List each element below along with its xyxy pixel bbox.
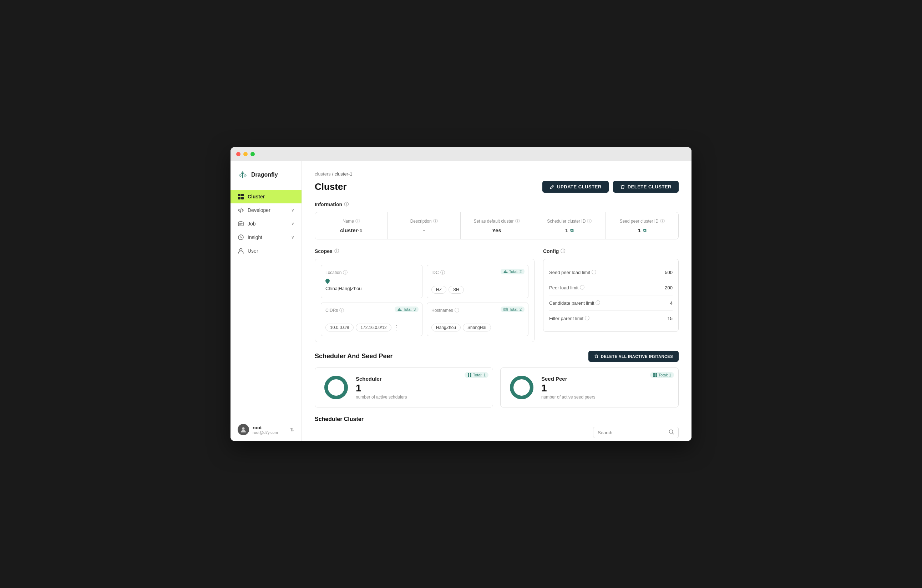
config-peer-load-label: Peer load limit ⓘ <box>549 284 584 291</box>
page-header: Cluster UPDATE CLUSTER DELETE CLUSTER <box>315 181 678 193</box>
scheduler-cluster-section: Scheduler Cluster <box>315 416 678 438</box>
seed-peer-sub: number of active seed peers <box>541 395 595 400</box>
scheduler-total-icon <box>468 373 472 377</box>
scheduler-sub: number of active schdulers <box>356 395 407 400</box>
idc-block: IDC ⓘ Total: 2 HZ <box>427 265 528 298</box>
sidebar-nav: Cluster Developer ∨ <box>230 187 301 418</box>
sidebar-item-job[interactable]: Job ∨ <box>230 217 301 230</box>
information-card: Name ⓘ cluster-1 Description ⓘ - Set as … <box>315 212 678 239</box>
config-filter-parent-value: 15 <box>668 316 673 321</box>
sidebar-cluster-label: Cluster <box>248 194 265 199</box>
minimize-dot[interactable] <box>244 152 248 156</box>
svg-rect-22 <box>656 376 657 377</box>
breadcrumb-separator: / <box>332 171 334 176</box>
svg-rect-1 <box>241 194 244 196</box>
sidebar-insight-label: Insight <box>248 234 262 240</box>
svg-rect-19 <box>653 373 655 375</box>
seed-peer-load-help-icon: ⓘ <box>592 269 596 276</box>
sidebar: Dragonfly Cluster <box>230 161 302 441</box>
idc-tag-sh: SH <box>448 286 464 294</box>
sidebar-developer-label: Developer <box>248 207 270 213</box>
breadcrumb: clusters / cluster-1 <box>315 171 678 176</box>
delete-inactive-icon <box>594 354 599 359</box>
page-title: Cluster <box>315 181 347 192</box>
idc-help-icon: ⓘ <box>440 270 445 276</box>
svg-rect-12 <box>468 373 469 375</box>
scope-row-2: CIDRs ⓘ Total: 3 10 <box>321 302 528 336</box>
scheduler-info: Scheduler 1 number of active schdulers <box>356 376 407 400</box>
scopes-config-row: Scopes ⓘ Location ⓘ <box>315 248 678 342</box>
search-icon <box>669 429 674 436</box>
fullscreen-dot[interactable] <box>250 152 255 156</box>
sidebar-user-label: User <box>248 248 258 254</box>
seed-peer-total-icon <box>653 373 657 377</box>
hostnames-total-icon <box>504 307 508 312</box>
config-candidate-parent-value: 4 <box>670 301 673 306</box>
seed-peer-info: Seed Peer 1 number of active seed peers <box>541 376 595 400</box>
scheduler-section-title: Scheduler And Seed Peer <box>315 353 392 360</box>
close-dot[interactable] <box>236 152 240 156</box>
idc-tag-hz: HZ <box>432 286 446 294</box>
svg-rect-15 <box>470 376 471 377</box>
idc-total-badge: Total: 2 <box>500 269 525 274</box>
delete-all-inactive-button[interactable]: DELETE ALL INACTIVE INSTANCES <box>589 351 678 362</box>
stat-cards-row: Scheduler 1 number of active schdulers T… <box>315 368 678 407</box>
location-help-icon: ⓘ <box>343 270 348 276</box>
scheduler-id-copy-icon[interactable]: ⧉ <box>570 228 574 234</box>
seed-id-copy-icon[interactable]: ⧉ <box>643 228 646 234</box>
scheduler-total-badge: Total: 1 <box>464 372 489 378</box>
more-cidrs-button[interactable]: ⋮ <box>394 323 400 332</box>
svg-point-18 <box>515 381 528 394</box>
info-scheduler-id-field: Scheduler cluster ID ⓘ 1 ⧉ <box>533 212 606 239</box>
cidrs-help-icon: ⓘ <box>339 307 344 314</box>
header-actions: UPDATE CLUSTER DELETE CLUSTER <box>542 181 678 193</box>
job-icon <box>238 220 244 227</box>
config-seed-peer-load-value: 500 <box>665 270 673 275</box>
config-filter-parent: Filter parent limit ⓘ 15 <box>549 311 673 326</box>
location-pin-icon <box>325 278 331 284</box>
config-box: Seed peer load limit ⓘ 500 Peer load lim… <box>543 259 678 332</box>
info-default-field: Set as default cluster ⓘ Yes <box>461 212 533 239</box>
idc-tags: HZ SH <box>432 286 524 294</box>
total-icon <box>504 270 508 274</box>
job-chevron: ∨ <box>291 221 294 226</box>
hostnames-help-icon: ⓘ <box>454 307 459 314</box>
info-seed-id-value: 1 ⧉ <box>615 227 670 234</box>
scheduler-id-help-icon: ⓘ <box>587 218 592 224</box>
hostname-tag-1: HangZhou <box>432 323 461 332</box>
main-content: clusters / cluster-1 Cluster UPDATE CLUS… <box>302 161 692 441</box>
user-arrows[interactable]: ⇅ <box>290 427 294 433</box>
dragonfly-icon <box>238 170 248 180</box>
info-seed-id-label: Seed peer cluster ID ⓘ <box>615 218 670 224</box>
avatar <box>238 424 249 435</box>
sidebar-item-user[interactable]: User <box>230 244 301 258</box>
search-input[interactable] <box>598 430 666 435</box>
insight-chevron: ∨ <box>291 235 294 240</box>
search-box <box>593 427 678 438</box>
sidebar-item-insight[interactable]: Insight ∨ <box>230 230 301 244</box>
user-name: root <box>253 425 286 430</box>
cidrs-total-icon <box>397 307 402 312</box>
config-candidate-parent: Candidate parent limit ⓘ 4 <box>549 296 673 311</box>
delete-cluster-button[interactable]: DELETE CLUSTER <box>613 181 678 193</box>
sidebar-item-cluster[interactable]: Cluster <box>230 190 301 203</box>
cidrs-tags: 10.0.0.0/8 172.16.0.0/12 ⋮ <box>325 323 418 332</box>
config-filter-parent-label: Filter parent limit ⓘ <box>549 315 589 322</box>
name-help-icon: ⓘ <box>355 218 360 224</box>
default-help-icon: ⓘ <box>515 218 520 224</box>
update-cluster-button[interactable]: UPDATE CLUSTER <box>542 181 608 193</box>
sidebar-item-developer[interactable]: Developer ∨ <box>230 203 301 217</box>
search-bar-row <box>315 427 678 438</box>
cidrs-block: CIDRs ⓘ Total: 3 10 <box>321 302 422 336</box>
app-name: Dragonfly <box>251 172 278 178</box>
cidr-tag-1: 10.0.0.0/8 <box>325 323 354 332</box>
breadcrumb-parent[interactable]: clusters <box>315 171 331 176</box>
svg-rect-20 <box>656 373 657 375</box>
scheduler-card: Scheduler 1 number of active schdulers T… <box>315 368 493 407</box>
sidebar-user: root root@d7y.com ⇅ <box>230 418 301 441</box>
scheduler-cluster-title: Scheduler Cluster <box>315 416 678 423</box>
info-name-value: cluster-1 <box>324 227 379 234</box>
breadcrumb-current: cluster-1 <box>335 171 353 176</box>
svg-rect-2 <box>238 197 240 199</box>
developer-icon <box>238 207 244 213</box>
